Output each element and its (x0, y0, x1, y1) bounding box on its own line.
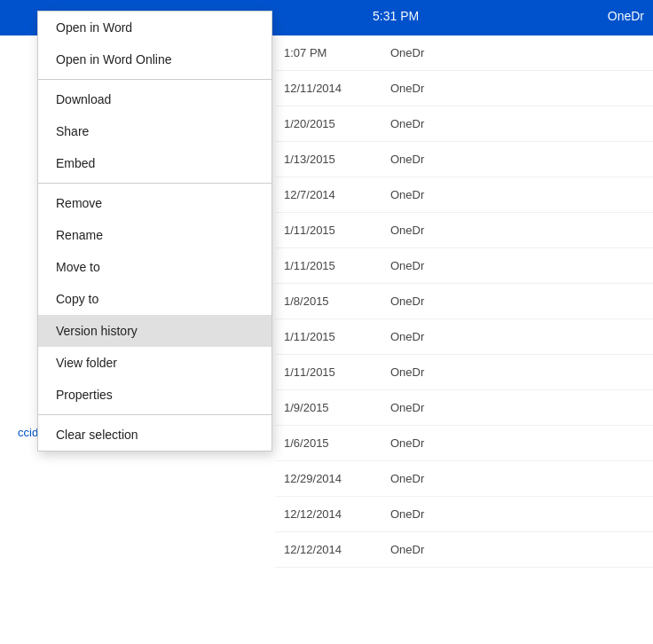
file-source: OneDr (390, 117, 424, 130)
menu-item-open-in-word-online[interactable]: Open in Word Online (38, 43, 271, 75)
file-row: 1/11/2015 OneDr (275, 355, 653, 390)
file-date: 1/11/2015 (284, 259, 390, 272)
file-date: 1/13/2015 (284, 153, 390, 166)
file-row: 1/11/2015 OneDr (275, 213, 653, 248)
menu-item-clear-selection[interactable]: Clear selection (38, 419, 271, 451)
file-row: 12/12/2014 OneDr (275, 532, 653, 568)
menu-item-properties[interactable]: Properties (38, 379, 271, 411)
file-date: 1/9/2015 (284, 401, 390, 414)
file-date: 1/8/2015 (284, 295, 390, 308)
file-row: 1/9/2015 OneDr (275, 390, 653, 426)
file-source: OneDr (390, 224, 424, 237)
context-menu: Open in WordOpen in Word OnlineDownloadS… (37, 11, 272, 452)
menu-item-share[interactable]: Share (38, 115, 271, 147)
header-time-right: 5:31 PM (373, 9, 419, 23)
menu-item-remove[interactable]: Remove (38, 187, 271, 219)
file-source: OneDr (390, 295, 424, 308)
file-date: 1/11/2015 (284, 224, 390, 237)
menu-item-embed[interactable]: Embed (38, 147, 271, 179)
file-row: 1:07 PM OneDr (275, 35, 653, 71)
file-date: 12/11/2014 (284, 82, 390, 95)
file-date: 1/11/2015 (284, 365, 390, 379)
file-source: OneDr (390, 365, 424, 379)
file-row: 1/20/2015 OneDr (275, 106, 653, 142)
file-date: 12/7/2014 (284, 188, 390, 201)
file-date: 12/29/2014 (284, 472, 390, 485)
file-row: 12/29/2014 OneDr (275, 461, 653, 497)
menu-divider (38, 79, 271, 80)
file-source: OneDr (390, 472, 424, 485)
file-row: 1/8/2015 OneDr (275, 284, 653, 319)
menu-item-copy-to[interactable]: Copy to (38, 283, 271, 315)
file-source: OneDr (390, 436, 424, 450)
file-row: 1/6/2015 OneDr (275, 426, 653, 461)
file-date: 12/12/2014 (284, 543, 390, 556)
menu-item-version-history[interactable]: Version history (38, 315, 271, 347)
file-row: 12/7/2014 OneDr (275, 177, 653, 213)
file-date: 1/11/2015 (284, 330, 390, 343)
menu-item-open-in-word[interactable]: Open in Word (38, 12, 271, 43)
file-source: OneDr (390, 153, 424, 166)
file-date: 1:07 PM (284, 46, 390, 59)
file-date: 1/20/2015 (284, 117, 390, 130)
file-source: OneDr (390, 46, 424, 59)
menu-divider (38, 183, 271, 184)
file-date: 12/12/2014 (284, 507, 390, 521)
menu-item-download[interactable]: Download (38, 83, 271, 115)
file-rows-container: 1:07 PM OneDr 12/11/2014 OneDr 1/20/2015… (275, 35, 653, 568)
file-row: 1/11/2015 OneDr (275, 248, 653, 284)
file-source: OneDr (390, 507, 424, 521)
menu-item-rename[interactable]: Rename (38, 219, 271, 251)
file-row: 12/12/2014 OneDr (275, 497, 653, 532)
file-source: OneDr (390, 82, 424, 95)
menu-item-view-folder[interactable]: View folder (38, 347, 271, 379)
file-source: OneDr (390, 543, 424, 556)
header-onedrive-label: OneDr (608, 9, 644, 23)
file-source: OneDr (390, 188, 424, 201)
menu-item-move-to[interactable]: Move to (38, 251, 271, 283)
file-row: 1/13/2015 OneDr (275, 142, 653, 177)
file-source: OneDr (390, 401, 424, 414)
file-row: 1/11/2015 OneDr (275, 319, 653, 355)
file-date: 1/6/2015 (284, 436, 390, 450)
file-source: OneDr (390, 259, 424, 272)
file-row: 12/11/2014 OneDr (275, 71, 653, 106)
file-source: OneDr (390, 330, 424, 343)
menu-divider (38, 414, 271, 415)
